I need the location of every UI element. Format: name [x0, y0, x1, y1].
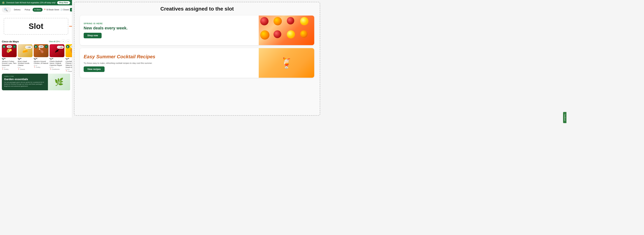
creative-card-1: SPRING IS HERE New deals every week. Sho…: [80, 16, 314, 45]
search-icon: 🔍: [4, 8, 8, 12]
product-image: 🥨 🗑 1 ct +: [66, 44, 72, 57]
quantity-control: 🗑 1 ct +: [2, 45, 17, 48]
product-price: $599: [2, 58, 17, 60]
creative-card2-title: Easy Summer Cocktail Recipes: [84, 54, 255, 60]
remove-button[interactable]: 🗑: [34, 45, 38, 48]
citrus-image: [259, 16, 314, 45]
product-emoji: 🌶: [55, 48, 59, 53]
pin-icon: 📍: [44, 9, 46, 11]
banner-desc: Our pre-packaged green kits are perfect …: [4, 82, 46, 87]
product-name: Boar's Head Smoked Gouda Cheese: [18, 60, 32, 66]
product-category: Poultry: [34, 66, 48, 68]
creative-card1-title: New deals every week.: [84, 26, 255, 30]
nav-arrows: ‹ ›: [61, 40, 70, 44]
product-category: Cheese: [18, 68, 32, 70]
product-emoji: 🥨: [70, 48, 72, 53]
product-name: Frank's RedHot® Sauce, Original, Cayenne…: [50, 60, 64, 66]
add-to-cart-button[interactable]: + Add: [57, 46, 64, 49]
creative-card2-image: 🍹: [259, 48, 314, 78]
creative-card-2: Easy Summer Cocktail Recipes Try these e…: [80, 48, 314, 78]
products-row: 🌮 🗑 1 ct + $599 Jennie-O Turkey, Ground,…: [0, 44, 72, 74]
card2-title-line2: Cocktail Recipes: [117, 54, 155, 60]
product-card: 🌮 🗑 1 ct + $599 Jennie-O Turkey, Ground,…: [2, 44, 17, 72]
product-category: Condiments: [50, 68, 64, 70]
product-emoji: 🌮: [6, 48, 12, 53]
product-price: $699: [18, 58, 32, 60]
promo-icon: ⚡: [2, 2, 5, 4]
pickup-tab[interactable]: Pickup: [23, 8, 32, 12]
product-category: Prepared Meals: [66, 70, 72, 72]
products-section-header: Cinco de Mayo View all (10+) ‹ ›: [0, 38, 72, 44]
banner-title: Garden essentials: [4, 78, 46, 81]
menu-icon: ☰: [71, 9, 72, 11]
product-size: 8 oz: [18, 66, 32, 68]
product-price: $249: [66, 58, 72, 60]
quantity-badge: 1 ct: [70, 45, 72, 48]
slot-placeholder: Slot: [4, 18, 68, 34]
quantity-badge: 1 ct: [38, 45, 44, 48]
creative-card1-image: [259, 16, 314, 45]
shop-now-button[interactable]: Shop Now: [57, 1, 70, 4]
product-name: Isernio's Ground Chicken, All Natural: [34, 60, 48, 64]
instore-tab[interactable]: In-Store: [32, 8, 42, 12]
prev-arrow-button[interactable]: ‹: [61, 40, 65, 44]
store-status: 🕐 Closed: [60, 9, 69, 11]
search-nav-bar: 🔍 Delivery Pickup In-Store 📍 50 Beale St…: [0, 5, 72, 14]
product-image: 🌮 🗑 1 ct +: [2, 44, 17, 57]
product-size: 4.4 oz: [66, 69, 72, 70]
banner-content: FAMILY FUN Garden essentials Our pre-pac…: [2, 74, 48, 90]
next-arrow-button[interactable]: ›: [66, 40, 70, 44]
left-panel: ⚡ Overstock Sale! All fresh fruit vegeta…: [0, 0, 72, 118]
quantity-control: 🗑 1 ct +: [34, 45, 48, 48]
card2-title-line1: Easy Summer: [84, 54, 116, 60]
product-name: Jennie-O Turkey, Ground, Lean, Taco Seas…: [2, 60, 17, 66]
clock-icon: 🕐: [60, 9, 62, 11]
creative-card2-button[interactable]: View recipes: [84, 66, 104, 72]
slot-label: Slot: [29, 22, 43, 31]
search-bar[interactable]: 🔍: [2, 7, 11, 12]
location-info[interactable]: 📍 50 Beale Street: [44, 9, 59, 11]
delivery-tab[interactable]: Delivery: [12, 8, 22, 12]
add-button[interactable]: +: [44, 45, 48, 48]
product-size: 16 oz: [34, 64, 48, 66]
creative-card2-content: Easy Summer Cocktail Recipes Try these e…: [80, 48, 259, 78]
creative-card1-content: SPRING IS HERE New deals every week. Sho…: [80, 16, 259, 45]
product-price: $549: [34, 58, 48, 60]
banner-image: 🌿: [48, 74, 70, 90]
remove-button[interactable]: 🗑: [2, 45, 6, 48]
section-title: Cinco de Mayo: [2, 40, 19, 43]
close-banner-button[interactable]: ×: [69, 2, 70, 4]
product-size: 5 fl oz: [50, 66, 64, 68]
remove-button[interactable]: 🗑: [66, 45, 70, 48]
product-image: 🧀 + Add: [18, 44, 32, 57]
add-to-cart-button[interactable]: + Add: [25, 46, 32, 49]
nav-pills: Delivery Pickup In-Store: [12, 8, 42, 12]
creative-card1-tag: SPRING IS HERE: [84, 22, 255, 24]
product-name: Lunchables Nachos Cheese Dip & Salsa Kid…: [66, 60, 72, 68]
cocktail-icon: 🍹: [280, 57, 293, 69]
promo-text: Overstock Sale! All fresh fruit vegetabl…: [6, 2, 56, 4]
product-emoji: 🧀: [22, 48, 28, 53]
product-card: 🌶 + Add $149 Frank's RedHot® Sauce, Orig…: [50, 44, 64, 72]
product-price: $149: [50, 58, 64, 60]
slot-arrow-icon: [69, 24, 72, 28]
creative-card1-button[interactable]: Shop now: [84, 33, 102, 38]
quantity-badge: 1 ct: [7, 45, 12, 48]
product-emoji: 🍗: [38, 48, 44, 53]
right-panel-title: Creatives assigned to the slot: [80, 6, 314, 12]
menu-button[interactable]: ☰ 7: [70, 8, 72, 12]
add-button[interactable]: +: [13, 45, 16, 48]
promo-banner: ⚡ Overstock Sale! All fresh fruit vegeta…: [0, 0, 72, 5]
product-card: 🧀 + Add $699 Boar's Head Smoked Gouda Ch…: [18, 44, 32, 72]
product-size: 16 oz: [2, 66, 17, 68]
promo-bottom-banner: FAMILY FUN Garden essentials Our pre-pac…: [2, 74, 70, 90]
status-text: Closed: [63, 9, 69, 11]
product-image: 🌶 + Add: [50, 44, 64, 57]
product-category: Poultry: [2, 68, 17, 70]
quantity-control: 🗑 1 ct +: [66, 45, 72, 48]
location-text: 50 Beale Street: [46, 9, 59, 11]
creative-card2-desc: Try these easy to make, refreshing cockt…: [84, 62, 255, 64]
product-card: 🥨 🗑 1 ct + $249 Lunchables Nachos Cheese…: [66, 44, 72, 72]
view-all-link[interactable]: View all (10+): [49, 40, 60, 42]
cocktail-image: 🍹: [259, 48, 314, 78]
